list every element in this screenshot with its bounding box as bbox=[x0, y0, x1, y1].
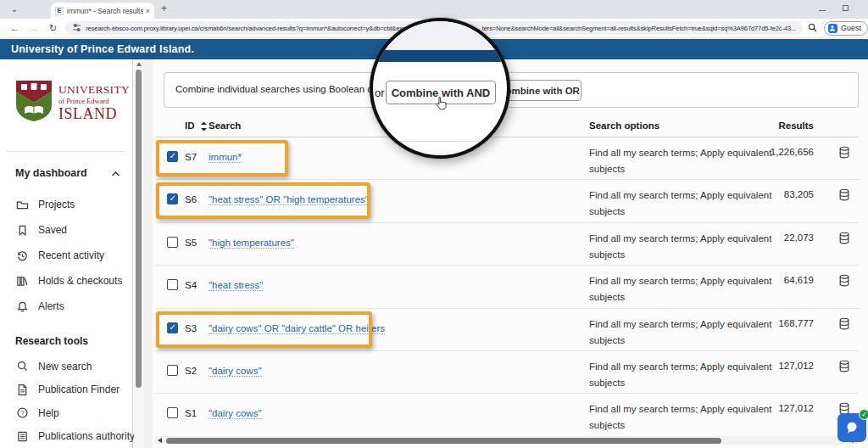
table-row: S2 "dairy cows" Find all my search terms… bbox=[155, 351, 859, 394]
guest-avatar bbox=[828, 24, 837, 33]
table-row: S4 "heat stress" Find all my search term… bbox=[155, 266, 859, 308]
database-icon[interactable] bbox=[838, 317, 850, 334]
table-row: S5 "high temperatures" Find all my searc… bbox=[155, 223, 859, 266]
forward-icon: → bbox=[30, 23, 39, 33]
table-row: S7 immun* Find all my search terms; Appl… bbox=[155, 137, 859, 180]
results-count: 127,012 bbox=[778, 361, 814, 371]
sidebar-item-holds-checkouts[interactable]: Holds & checkouts bbox=[15, 268, 129, 294]
row-id: S4 bbox=[185, 280, 197, 290]
chevron-down-icon[interactable]: ⌄ bbox=[8, 3, 20, 15]
library-icon bbox=[15, 275, 29, 288]
sidebar-item-saved[interactable]: Saved bbox=[15, 217, 129, 243]
column-header-search: Search bbox=[209, 120, 241, 131]
research-tools-menu: New search Publication Finder ? Help Pub… bbox=[15, 355, 129, 448]
vertical-scrollbar-thumb[interactable] bbox=[136, 70, 142, 388]
search-options-text: Find all my search terms; Apply equivale… bbox=[589, 273, 774, 305]
search-term-link[interactable]: "dairy cows" bbox=[209, 366, 262, 377]
tab-title: immun* - Search results - EBSC bbox=[67, 7, 143, 15]
column-header-search-options: Search options bbox=[589, 120, 659, 131]
content-gutter bbox=[144, 59, 153, 448]
close-tab-icon[interactable]: × bbox=[146, 7, 150, 15]
database-icon[interactable] bbox=[838, 360, 850, 377]
sidebar-item-help[interactable]: ? Help bbox=[15, 401, 129, 425]
search-term-link[interactable]: immun* bbox=[209, 152, 242, 163]
magnified-banner bbox=[373, 50, 507, 62]
upei-shield-icon bbox=[14, 80, 53, 126]
url-text-right: ters=None&searchMode=all&searchSegment=a… bbox=[482, 25, 796, 32]
guest-label: Guest bbox=[841, 24, 861, 32]
sort-icon[interactable] bbox=[200, 120, 208, 136]
sidebar-divider bbox=[7, 151, 125, 152]
search-options-text: Find all my search terms; Apply equivale… bbox=[589, 359, 774, 391]
dashboard-menu: Projects Saved Recent activity Holds & c… bbox=[15, 192, 129, 319]
site-settings-icon[interactable] bbox=[72, 21, 81, 35]
database-icon[interactable] bbox=[838, 188, 850, 205]
row-id: S5 bbox=[185, 238, 197, 248]
row-checkbox[interactable] bbox=[167, 322, 178, 333]
chat-widget-button[interactable]: ✓ bbox=[837, 413, 866, 442]
database-icon[interactable] bbox=[838, 232, 850, 249]
column-header-id[interactable]: ID bbox=[185, 120, 195, 131]
ebsco-favicon-icon: E bbox=[55, 7, 64, 15]
row-id: S2 bbox=[185, 366, 197, 376]
search-options-text: Find all my search terms; Apply equivale… bbox=[589, 316, 774, 349]
scroll-left-arrow-icon[interactable] bbox=[158, 438, 162, 443]
browser-tab[interactable]: E immun* - Search results - EBSC × bbox=[51, 3, 154, 19]
help-icon: ? bbox=[15, 406, 29, 419]
magnified-label-fragment: or bbox=[375, 87, 385, 99]
history-icon bbox=[15, 249, 29, 262]
results-count: 83,205 bbox=[784, 189, 814, 199]
sidebar-item-my-dashboard[interactable]: My dashboard bbox=[15, 164, 120, 182]
sidebar-item-recent-activity[interactable]: Recent activity bbox=[15, 243, 129, 268]
sidebar-item-alerts[interactable]: Alerts bbox=[15, 294, 129, 319]
results-count: 168,777 bbox=[778, 318, 814, 328]
folder-icon bbox=[15, 199, 29, 211]
database-icon[interactable] bbox=[838, 274, 850, 291]
bell-icon bbox=[15, 300, 29, 313]
scroll-up-arrow-icon[interactable] bbox=[136, 62, 142, 66]
search-history-table: ID Search Search options Results S7 immu… bbox=[155, 117, 859, 437]
minimize-window-icon[interactable] bbox=[819, 10, 826, 11]
column-header-results: Results bbox=[778, 120, 814, 131]
magnifier-overlay: or Combine with AND bbox=[370, 18, 510, 159]
row-checkbox[interactable] bbox=[167, 193, 178, 204]
url-text-left: research-ebsco-com.proxy.library.upei.ca… bbox=[86, 25, 406, 32]
search-options-text: Find all my search terms; Apply equivale… bbox=[589, 231, 774, 263]
table-row: S3 "dairy cows" OR "dairy cattle" OR hei… bbox=[155, 309, 859, 351]
reload-icon[interactable]: ↻ bbox=[49, 23, 57, 34]
search-options-text: Find all my search terms; Apply equivale… bbox=[589, 401, 774, 434]
search-history-panel: Combine individual searches using Boolea… bbox=[153, 59, 868, 448]
back-icon[interactable]: ← bbox=[10, 23, 19, 33]
results-count: 127,012 bbox=[778, 403, 814, 413]
database-icon[interactable] bbox=[838, 146, 850, 163]
vertical-scrollbar[interactable] bbox=[134, 59, 144, 448]
chevron-up-icon[interactable] bbox=[111, 165, 120, 181]
search-options-text: Find all my search terms; Apply equivale… bbox=[589, 145, 774, 177]
row-checkbox[interactable] bbox=[167, 279, 178, 290]
maximize-window-icon[interactable] bbox=[843, 5, 849, 11]
search-term-link[interactable]: "dairy cows" OR "dairy cattle" OR heifer… bbox=[209, 323, 385, 334]
sidebar-item-publication-finder[interactable]: Publication Finder bbox=[15, 378, 129, 402]
search-term-link[interactable]: "heat stress" bbox=[209, 280, 263, 291]
search-term-link[interactable]: "heat stress" OR "high temperatures" bbox=[209, 194, 369, 205]
sidebar-item-projects[interactable]: Projects bbox=[15, 192, 129, 217]
book-icon bbox=[15, 430, 29, 443]
hand-cursor-icon bbox=[436, 96, 448, 114]
sidebar-item-publications-authority[interactable]: Publications authority bbox=[15, 425, 129, 448]
row-checkbox[interactable] bbox=[167, 365, 178, 376]
row-checkbox[interactable] bbox=[167, 407, 178, 418]
horizontal-scrollbar[interactable] bbox=[155, 436, 859, 445]
horizontal-scrollbar-thumb[interactable] bbox=[166, 438, 721, 444]
search-term-link[interactable]: "high temperatures" bbox=[209, 238, 294, 249]
bookmark-icon bbox=[15, 224, 29, 237]
table-header-row: ID Search Search options Results bbox=[155, 117, 859, 137]
browser-tab-strip: ⌄ E immun* - Search results - EBSC × + bbox=[0, 0, 868, 19]
new-tab-button[interactable]: + bbox=[161, 3, 167, 14]
zoom-level-icon[interactable] bbox=[808, 20, 817, 36]
search-term-link[interactable]: "dairy cows" bbox=[209, 408, 262, 419]
row-checkbox[interactable] bbox=[167, 237, 178, 248]
sidebar: UNIVERSITY of Prince Edward ISLAND My da… bbox=[0, 59, 133, 448]
row-checkbox[interactable] bbox=[167, 151, 178, 162]
sidebar-item-new-search[interactable]: New search bbox=[15, 355, 129, 378]
guest-profile-button[interactable]: Guest bbox=[824, 21, 868, 36]
